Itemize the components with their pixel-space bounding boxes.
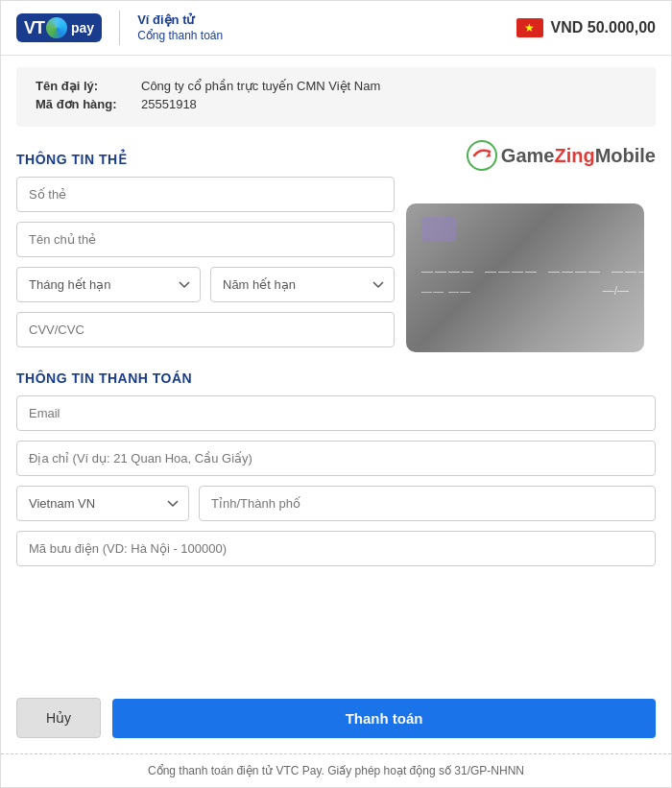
- postal-input[interactable]: [16, 531, 656, 566]
- mobile-text: Mobile: [595, 145, 656, 166]
- card-chip-icon: [421, 217, 456, 242]
- game-text: Game: [501, 145, 555, 166]
- game-logo-text: GameZingMobile: [501, 146, 656, 165]
- logo-pay-text: pay: [71, 20, 94, 36]
- header: VT pay Ví điện tử Cổng thanh toán ★ VND …: [1, 1, 671, 56]
- button-row: Hủy Thanh toán: [1, 682, 671, 753]
- tagline-main: Ví điện tử: [137, 12, 223, 29]
- payment-section-title: THÔNG TIN THANH TOÁN: [16, 370, 656, 386]
- logo-vtc-text: VT: [24, 18, 44, 38]
- card-group-1: ————: [421, 265, 475, 278]
- card-section-row: THÔNG TIN THẺ Tháng hết hạn Năm hết hạn: [16, 138, 656, 357]
- order-id-row: Mã đơn hàng: 25551918: [36, 97, 636, 111]
- order-info: Tên đại lý: Công ty cổ phần trực tuyến C…: [16, 67, 656, 127]
- currency-display: VND 50.000,00: [551, 19, 656, 36]
- year-select[interactable]: Năm hết hạn: [210, 267, 395, 302]
- logo-area: VT pay Ví điện tử Cổng thanh toán: [16, 11, 223, 45]
- country-select[interactable]: Vietnam VN: [16, 486, 189, 521]
- card-group-2: ————: [485, 265, 539, 278]
- footer-text: Cổng thanh toán điện tử VTC Pay. Giấy ph…: [148, 764, 524, 777]
- footer: Cổng thanh toán điện tử VTC Pay. Giấy ph…: [1, 753, 671, 787]
- game-logo-arrow-icon: [467, 140, 497, 171]
- main-content: THÔNG TIN THẺ Tháng hết hạn Năm hết hạn: [1, 138, 671, 682]
- card-number-display: ———— ———— ———— ————: [421, 265, 629, 278]
- card-holder-input[interactable]: [16, 222, 395, 257]
- payment-page: VT pay Ví điện tử Cổng thanh toán ★ VND …: [0, 0, 672, 788]
- pay-button[interactable]: Thanh toán: [112, 699, 656, 738]
- logo-tagline: Ví điện tử Cổng thanh toán: [137, 12, 223, 43]
- order-agent-row: Tên đại lý: Công ty cổ phần trực tuyến C…: [36, 79, 636, 93]
- logo-circle: [46, 17, 67, 38]
- card-visual-right: GameZingMobile ———— ———— ———— ———— —— ——…: [406, 138, 656, 352]
- flag-star: ★: [524, 22, 535, 34]
- email-input[interactable]: [16, 395, 656, 431]
- card-expiry-left: —— ——: [421, 285, 471, 297]
- currency-amount-value: 50.000,00: [588, 19, 656, 36]
- vtcpay-logo: VT pay: [16, 13, 102, 42]
- address-input[interactable]: [16, 441, 656, 476]
- card-section-title: THÔNG TIN THẺ: [16, 152, 395, 167]
- card-expiry-right: —/—: [603, 284, 629, 298]
- card-form-left: THÔNG TIN THẺ Tháng hết hạn Năm hết hạn: [16, 138, 395, 357]
- svg-point-0: [468, 141, 496, 170]
- header-right: ★ VND 50.000,00: [516, 18, 656, 37]
- order-id-label: Mã đơn hàng:: [36, 97, 141, 111]
- game-logo-wrap: GameZingMobile: [406, 138, 656, 173]
- cvv-input[interactable]: [16, 312, 395, 347]
- card-group-3: ————: [548, 265, 602, 278]
- order-agent-label: Tên đại lý:: [36, 79, 141, 93]
- city-input-wrap: [199, 486, 656, 521]
- flag-vietnam-icon: ★: [516, 18, 543, 37]
- order-id-value: 25551918: [141, 97, 197, 111]
- currency-code: VND: [551, 19, 584, 36]
- cancel-button[interactable]: Hủy: [16, 698, 101, 738]
- card-expiry-row: —— —— —/—: [421, 284, 629, 298]
- expiry-row: Tháng hết hạn Năm hết hạn: [16, 267, 395, 302]
- logo-divider: [119, 11, 120, 45]
- city-input[interactable]: [199, 486, 656, 521]
- zing-text: Zing: [554, 145, 594, 166]
- country-select-wrap: Vietnam VN: [16, 486, 189, 521]
- card-group-4: ————: [612, 265, 644, 278]
- country-city-row: Vietnam VN: [16, 486, 656, 521]
- tagline-sub: Cổng thanh toán: [137, 29, 223, 44]
- card-number-input[interactable]: [16, 177, 395, 212]
- order-agent-value: Công ty cổ phần trực tuyến CMN Việt Nam: [141, 79, 380, 93]
- card-visual: ———— ———— ———— ———— —— —— —/—: [406, 203, 644, 352]
- month-select[interactable]: Tháng hết hạn: [16, 267, 201, 302]
